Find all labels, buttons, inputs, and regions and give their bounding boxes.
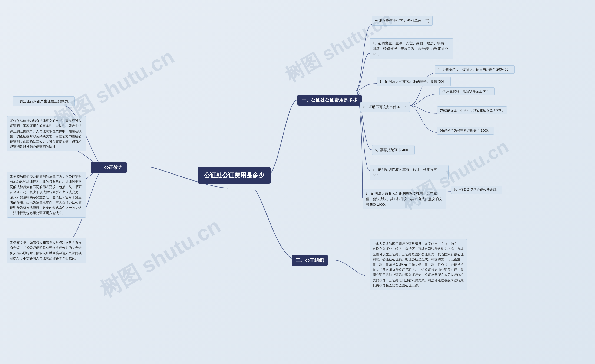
b1-c3-sub4: (4)侵权行为和事实证据保全 1000。 [437,126,494,135]
b1-c6-sub1: 以上便是常见的公证收费金额。 [451,186,503,194]
b1-c3-sub1: 4、证据保全： (1)证人、证言书证保全 200-400； [435,65,515,74]
b1-child0: 公证收费标准如下：(价格单位：元) [372,16,432,26]
b3-child1: 中华人民共和国的现行公证组织是，在直辖市、县（自治县）、市设立公证处，经省、自治… [369,239,467,290]
branch2-node: 二、公证效力 [91,162,127,173]
center-node: 公证处公证费用是多少 [198,167,271,184]
branch3-node: 三、公证组织 [292,255,328,266]
b2-child0: 一切公证行为都产生证据上的效力。 [13,96,75,106]
b1-child5: 6、证明知识产权的享有、转让、使用许可 500； [369,165,449,180]
b1-child3: 3、证明不可抗力事件 400； [360,102,410,112]
b2-child3: ③债权文书，如债权人和债务人对权利义务关系没有争议、并经公证证明具有强制执行效力… [7,238,86,263]
b1-child4: 5、票据拒绝证书 400； [372,145,415,155]
b2-child1: ①任何法律行为和有法律意义的文书、事实经过公证证明，国家证明它的真实性、合法性，… [7,116,86,151]
branch1-node: 一、公证处公证费用是多少 [298,95,362,106]
b2-child2: ②依照法律必须公证证明的法律行为，则公证证明就成为这些法律行为生效的必要条件。法… [7,172,86,218]
watermark-4: 树图 shutu.cn [95,212,226,304]
b1-c3-sub2: (2)声像资料、电脑软件保全 800； [439,87,495,96]
connection-lines [0,0,595,364]
mindmap-container: 树图 shutu.cn 树图 shutu.cn 树图 shutu.cn 树图 s… [0,0,595,364]
b1-c3-sub3: (3)物的保全：不动产，其它物证保全 1000； [437,106,507,114]
b1-child1: 1、证明出生、生存、死亡、身份、经历、学历、国籍、婚姻状况、亲属关系、未受(受过… [369,38,453,59]
b1-child6: 7、证明法人或其它组织的授权委托书、公司章程、会议决议、其它法律文书其它有法律意… [363,188,446,209]
b1-child2: 2、证明法人和其它组织的资格、资信 500； [376,77,451,86]
